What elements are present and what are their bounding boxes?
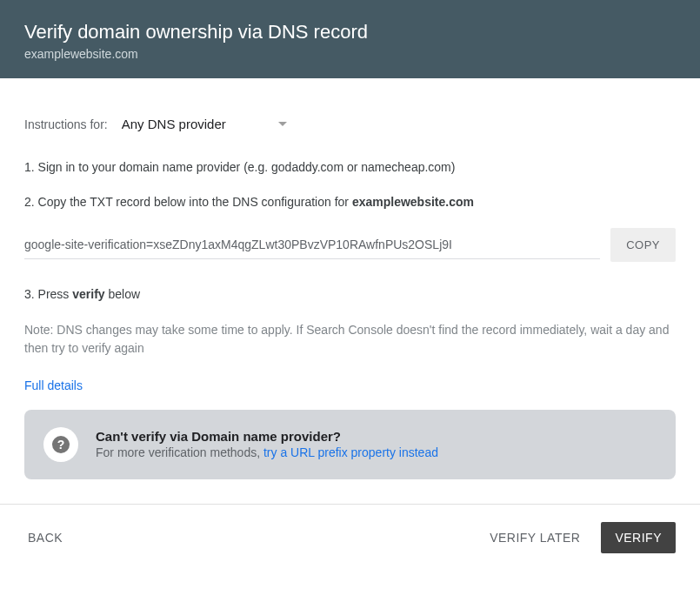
step-3-bold: verify [72, 287, 104, 301]
info-body-prefix: For more verification methods, [96, 445, 263, 459]
dns-note: Note: DNS changes may take some time to … [24, 321, 676, 358]
dialog-content: Instructions for: Any DNS provider 1. Si… [0, 78, 700, 504]
dialog-title: Verify domain ownership via DNS record [24, 21, 676, 44]
txt-record-input[interactable] [24, 231, 600, 259]
instructions-row: Instructions for: Any DNS provider [24, 117, 676, 131]
url-prefix-link[interactable]: try a URL prefix property instead [263, 445, 438, 459]
info-body: For more verification methods, try a URL… [96, 445, 438, 459]
dns-provider-dropdown[interactable]: Any DNS provider [122, 117, 287, 131]
info-panel: ? Can't verify via Domain name provider?… [24, 410, 676, 479]
step-3-suffix: below [105, 287, 140, 301]
info-icon-container: ? [43, 427, 78, 462]
chevron-down-icon [278, 122, 287, 126]
step-2-text: 2. Copy the TXT record below into the DN… [24, 195, 352, 209]
info-text: Can't verify via Domain name provider? F… [96, 429, 438, 459]
dialog-subtitle: examplewebsite.com [24, 47, 676, 61]
info-title: Can't verify via Domain name provider? [96, 429, 438, 444]
verify-button[interactable]: VERIFY [601, 522, 676, 553]
copy-button[interactable]: COPY [610, 228, 676, 262]
full-details-link[interactable]: Full details [24, 378, 83, 392]
step-1: 1. Sign in to your domain name provider … [24, 159, 676, 177]
step-3: 3. Press verify below [24, 286, 676, 304]
dialog-footer: BACK VERIFY LATER VERIFY [0, 504, 700, 571]
verify-later-button[interactable]: VERIFY LATER [486, 524, 583, 552]
instructions-label: Instructions for: [24, 117, 108, 131]
txt-record-row: COPY [24, 228, 676, 262]
back-button[interactable]: BACK [24, 524, 66, 552]
step-2-domain: examplewebsite.com [352, 195, 474, 209]
dns-provider-selected: Any DNS provider [122, 117, 226, 131]
step-2: 2. Copy the TXT record below into the DN… [24, 194, 676, 211]
dialog-header: Verify domain ownership via DNS record e… [0, 0, 700, 78]
step-3-prefix: 3. Press [24, 287, 72, 301]
question-icon: ? [52, 436, 70, 453]
